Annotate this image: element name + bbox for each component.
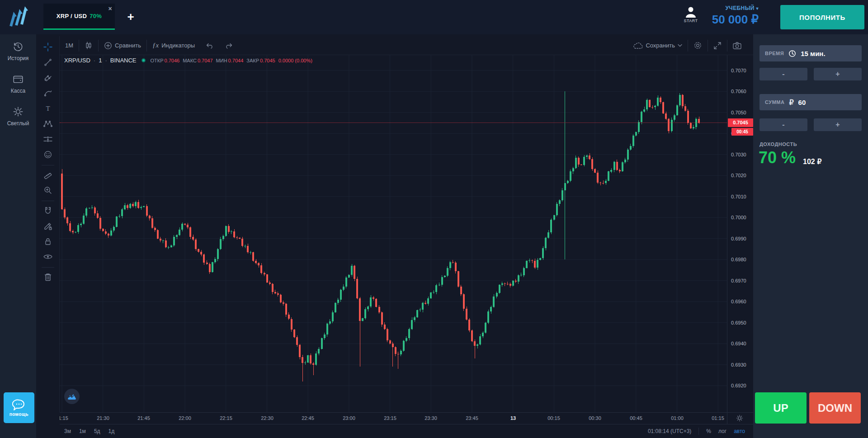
- snapshot-button[interactable]: [727, 39, 747, 52]
- interval-button[interactable]: 1М: [60, 39, 79, 52]
- amount-field[interactable]: СУММА ₽ 60: [760, 94, 862, 110]
- time-tick-label: 23:45: [462, 415, 482, 421]
- tool-crosshair[interactable]: [40, 40, 56, 54]
- time-tick-label: 13: [503, 415, 523, 421]
- cloud-icon: [633, 42, 643, 49]
- percent-scale-button[interactable]: %: [706, 428, 711, 434]
- wallet-icon: [12, 73, 24, 85]
- price-tick-label: 0.7030: [731, 151, 746, 158]
- time-tick-label: 00:15: [544, 415, 564, 421]
- undo-icon: [206, 42, 214, 49]
- chart-legend: XRP/USD · 1 · BINANCE ОТКР0.7046 МАКС0.7…: [64, 57, 312, 64]
- log-scale-button[interactable]: лог: [718, 428, 726, 434]
- range-5d[interactable]: 5д: [94, 428, 100, 434]
- sidebar-item-label: Светлый: [0, 120, 36, 127]
- tool-emoji[interactable]: [40, 147, 56, 162]
- lock-icon: [44, 237, 52, 245]
- asset-tab[interactable]: XRP / USD 70% ×: [43, 4, 115, 30]
- chart-settings-button[interactable]: [688, 39, 708, 52]
- amount-plus-button[interactable]: +: [814, 118, 862, 131]
- history-icon: [12, 41, 24, 52]
- compare-plus-icon: [104, 42, 112, 50]
- tool-remove-all[interactable]: [40, 270, 56, 284]
- fullscreen-button[interactable]: [708, 39, 727, 52]
- save-layout-button[interactable]: Сохранить: [627, 39, 688, 52]
- tool-magnet[interactable]: [40, 203, 56, 218]
- price-tick-label: 0.6930: [731, 362, 746, 368]
- price-tick-label: 0.6980: [731, 256, 746, 263]
- trend-line-icon: [44, 58, 52, 66]
- tool-brush[interactable]: [40, 86, 56, 100]
- tool-text[interactable]: T: [40, 101, 56, 116]
- candles: [61, 91, 700, 381]
- pencil-lock-icon: [44, 222, 52, 230]
- candlestick-chart: [60, 55, 727, 412]
- tool-zoom-in[interactable]: [40, 183, 56, 198]
- amount-field-label: СУММА: [765, 99, 784, 105]
- drawing-toolbar: T: [36, 36, 60, 412]
- price-axis[interactable]: 0.70700.70600.70500.70400.70300.70200.70…: [727, 55, 753, 412]
- sidebar-item-theme[interactable]: Светлый: [0, 99, 36, 132]
- svg-text:T: T: [46, 105, 50, 112]
- range-3m[interactable]: 3м: [64, 428, 71, 434]
- sidebar-item-cashier[interactable]: Касса: [0, 67, 36, 99]
- indicators-label: Индикаторы: [161, 42, 195, 49]
- tool-pattern[interactable]: [40, 117, 56, 131]
- range-1d[interactable]: 1д: [108, 428, 115, 434]
- time-minus-button[interactable]: -: [760, 68, 807, 80]
- time-plus-button[interactable]: +: [814, 68, 862, 80]
- down-button[interactable]: DOWN: [809, 392, 861, 424]
- tool-lock-all[interactable]: [40, 234, 56, 249]
- tool-ruler[interactable]: [40, 168, 56, 182]
- indicators-button[interactable]: ƒx Индикаторы: [147, 39, 200, 52]
- chevron-down-icon: [678, 44, 682, 47]
- xabcd-pattern-icon: [43, 120, 52, 127]
- amount-minus-button[interactable]: -: [760, 118, 807, 131]
- account-type-dropdown[interactable]: УЧЕБНЫЙ ▾: [703, 5, 759, 11]
- account-type-label: УЧЕБНЫЙ: [725, 5, 754, 11]
- time-axis-settings-icon[interactable]: [736, 414, 743, 422]
- candle-style-button[interactable]: [79, 39, 98, 52]
- legend-ohlc: ОТКР0.7046 МАКС0.7047 МИН0.7044 ЗАКР0.70…: [151, 58, 275, 63]
- undo-button[interactable]: [200, 39, 219, 52]
- time-field[interactable]: ВРЕМЯ 15 мин.: [760, 45, 862, 61]
- zoom-in-icon: [44, 186, 52, 194]
- tool-trend-line[interactable]: [40, 55, 56, 70]
- time-tick-label: 21:15: [60, 415, 72, 421]
- asset-tab-payout: 70%: [90, 13, 102, 19]
- sidebar-item-label: История: [0, 55, 36, 61]
- add-tab-button[interactable]: +: [123, 8, 138, 25]
- tool-channels[interactable]: [40, 71, 56, 85]
- brush-icon: [44, 89, 52, 97]
- compare-button[interactable]: Сравнить: [99, 39, 146, 52]
- fullscreen-icon: [713, 42, 722, 50]
- clock-utc[interactable]: 01:08:14 (UTC+3): [648, 428, 691, 434]
- forecast-icon: [43, 135, 52, 143]
- redo-button[interactable]: [219, 39, 238, 52]
- time-tick-label: 23:30: [421, 415, 441, 421]
- auto-scale-button[interactable]: авто: [734, 428, 745, 434]
- time-tick-label: 21:45: [134, 415, 154, 421]
- time-axis[interactable]: 21:1521:3021:4522:0022:1522:3022:4523:00…: [60, 412, 753, 424]
- legend-exchange: BINANCE: [110, 57, 137, 64]
- sidebar-item-label: Касса: [0, 88, 36, 94]
- chart-plot[interactable]: XRP/USD · 1 · BINANCE ОТКР0.7046 МАКС0.7…: [60, 55, 727, 412]
- tab-close-icon[interactable]: ×: [108, 5, 112, 12]
- deposit-button[interactable]: ПОПОЛНИТЬ: [780, 5, 864, 29]
- tool-hide-all[interactable]: [40, 250, 56, 264]
- current-price-line: [60, 122, 727, 123]
- help-button-label: помощь: [4, 412, 34, 417]
- help-button[interactable]: помощь: [4, 392, 34, 423]
- up-button[interactable]: UP: [755, 392, 807, 424]
- toolbar-divider: [42, 201, 54, 201]
- market-status-dot: [142, 58, 146, 62]
- tool-drawing-lock[interactable]: [40, 219, 56, 233]
- clock-icon: [788, 50, 796, 57]
- time-field-value: 15 мин.: [801, 50, 825, 57]
- time-tick-label: 01:15: [708, 415, 728, 421]
- tool-forecast[interactable]: [40, 132, 56, 146]
- range-1m[interactable]: 1м: [79, 428, 86, 434]
- legend-symbol[interactable]: XRP/USD: [64, 57, 90, 64]
- chart-zone: 1М Сравнить ƒx Индикаторы: [36, 34, 753, 438]
- sidebar-item-history[interactable]: История: [0, 34, 36, 67]
